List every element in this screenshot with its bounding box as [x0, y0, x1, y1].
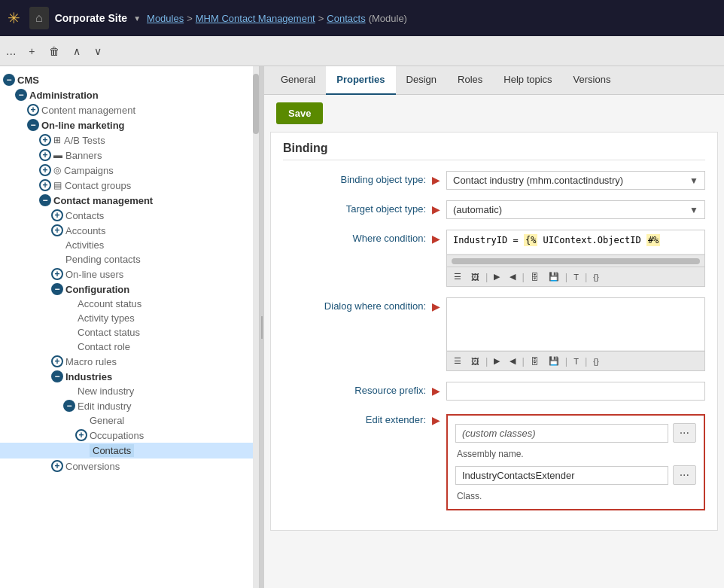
dialog-where-condition-arrow[interactable]: ▶: [432, 297, 440, 312]
toggle-campaigns[interactable]: +: [39, 164, 51, 176]
class-dots-button[interactable]: ···: [673, 465, 696, 485]
dialog-list-icon-btn[interactable]: ☰: [450, 354, 465, 368]
toggle-content-management[interactable]: +: [27, 104, 39, 116]
tree-item-contact-management[interactable]: −Contact management: [0, 193, 259, 208]
toggle-administration[interactable]: −: [15, 89, 27, 101]
db2-icon-btn[interactable]: 💾: [545, 270, 563, 284]
binding-object-dropdown-icon[interactable]: ▼: [689, 175, 698, 186]
rewind-icon-btn[interactable]: ◀: [506, 270, 519, 284]
toggle-occupations[interactable]: +: [75, 429, 87, 441]
breadcrumb-mhm[interactable]: MHM Contact Management: [196, 13, 315, 24]
dialog-play-icon-btn[interactable]: ▶: [490, 354, 503, 368]
home-icon[interactable]: ⌂: [29, 7, 49, 29]
site-name[interactable]: Corporate Site: [55, 12, 127, 24]
tree-item-contact-role[interactable]: Contact role: [0, 340, 259, 354]
tab-properties[interactable]: Properties: [326, 66, 395, 95]
dialog-image-icon-btn[interactable]: 🖼: [467, 355, 483, 368]
tree-item-configuration[interactable]: −Configuration: [0, 282, 259, 297]
dialog-text-icon-btn[interactable]: T: [570, 355, 583, 368]
toggle-contact-management[interactable]: −: [39, 194, 51, 206]
tree-item-occupations[interactable]: +Occupations: [0, 428, 259, 443]
tree-item-activity-types[interactable]: Activity types: [0, 311, 259, 325]
tree-item-account-status[interactable]: Account status: [0, 297, 259, 311]
tree-item-cms[interactable]: −CMS: [0, 72, 259, 87]
tree-item-online-users[interactable]: +On-line users: [0, 267, 259, 282]
where-condition-arrow[interactable]: ▶: [432, 230, 440, 245]
toggle-contacts[interactable]: +: [51, 209, 63, 221]
toggle-ab-tests[interactable]: +: [39, 134, 51, 146]
binding-object-type-arrow[interactable]: ▶: [432, 171, 440, 186]
tree-item-pending-contacts[interactable]: Pending contacts: [0, 252, 259, 267]
toggle-edit-industry[interactable]: −: [63, 400, 75, 412]
tree-item-industries[interactable]: −Industries: [0, 369, 259, 384]
tree-item-conversions[interactable]: +Conversions: [0, 459, 259, 474]
class-value-input[interactable]: [455, 466, 668, 485]
dialog-where-condition-input[interactable]: [447, 298, 704, 351]
target-object-type-arrow[interactable]: ▶: [432, 200, 440, 215]
toggle-configuration[interactable]: −: [51, 283, 63, 295]
resource-prefix-input[interactable]: [446, 382, 705, 401]
tree-item-contact-groups[interactable]: +▤Contact groups: [0, 178, 259, 193]
toggle-contact-groups[interactable]: +: [39, 179, 51, 191]
hscroll-thumb[interactable]: [452, 258, 700, 264]
binding-object-type-select[interactable]: Contact industry (mhm.contactindustry) ▼: [446, 171, 705, 190]
move-up-button[interactable]: ∧: [68, 42, 86, 60]
breadcrumb-modules[interactable]: Modules: [147, 13, 184, 24]
tree-item-accounts[interactable]: +Accounts: [0, 223, 259, 238]
tree-item-content-management[interactable]: +Content management: [0, 102, 259, 117]
db-icon-btn[interactable]: 🗄: [527, 270, 543, 284]
target-object-type-select[interactable]: (automatic) ▼: [446, 200, 705, 219]
toggle-cms[interactable]: −: [3, 74, 15, 86]
tree-item-general-sub[interactable]: General: [0, 413, 259, 428]
menu-dots[interactable]: ...: [6, 44, 16, 58]
toggle-macro-rules[interactable]: +: [51, 355, 63, 367]
resource-prefix-arrow[interactable]: ▶: [432, 382, 440, 397]
tree-item-campaigns[interactable]: +◎Campaigns: [0, 163, 259, 178]
tree-item-contacts-sub[interactable]: Contacts: [0, 443, 259, 459]
toggle-industries[interactable]: −: [51, 370, 63, 382]
save-button[interactable]: Save: [276, 102, 323, 124]
toggle-accounts[interactable]: +: [51, 224, 63, 236]
scroll-track[interactable]: [253, 66, 259, 588]
tab-roles[interactable]: Roles: [447, 66, 493, 94]
dialog-rewind-icon-btn[interactable]: ◀: [506, 354, 519, 368]
code-icon-btn[interactable]: {}: [589, 270, 602, 284]
breadcrumb-contacts[interactable]: Contacts: [327, 13, 365, 24]
assembly-dots-button[interactable]: ···: [673, 423, 696, 443]
target-object-dropdown-icon[interactable]: ▼: [689, 205, 698, 215]
move-down-button[interactable]: ∨: [89, 42, 107, 60]
tab-general[interactable]: General: [270, 66, 326, 94]
assembly-name-input[interactable]: [455, 424, 668, 443]
image-icon-btn[interactable]: 🖼: [467, 270, 483, 284]
tree-item-ab-tests[interactable]: +⊞A/B Tests: [0, 133, 259, 148]
tree-item-contact-status[interactable]: Contact status: [0, 325, 259, 340]
tab-design[interactable]: Design: [396, 66, 447, 94]
tab-help-topics[interactable]: Help topics: [493, 66, 562, 94]
resize-handle[interactable]: [260, 66, 264, 588]
dialog-code-icon-btn[interactable]: {}: [589, 355, 602, 368]
tree-item-macro-rules[interactable]: +Macro rules: [0, 354, 259, 369]
where-condition-input[interactable]: IndustryID = {% UIContext.ObjectID #%: [447, 230, 704, 254]
edit-extender-arrow[interactable]: ▶: [432, 411, 440, 426]
tree-item-administration[interactable]: −Administration: [0, 87, 259, 102]
toggle-online-users[interactable]: +: [51, 268, 63, 280]
dialog-db2-icon-btn[interactable]: 💾: [545, 354, 563, 368]
tree-item-contacts[interactable]: +Contacts: [0, 208, 259, 223]
where-condition-hscroll[interactable]: [447, 254, 704, 267]
toggle-online-marketing[interactable]: −: [27, 119, 39, 131]
tree-item-edit-industry[interactable]: −Edit industry: [0, 398, 259, 413]
dialog-db-icon-btn[interactable]: 🗄: [527, 355, 543, 368]
toggle-conversions[interactable]: +: [51, 460, 63, 472]
play-icon-btn[interactable]: ▶: [490, 270, 503, 284]
tab-versions[interactable]: Versions: [563, 66, 622, 94]
toggle-banners[interactable]: +: [39, 149, 51, 161]
tree-item-online-marketing[interactable]: −On-line marketing: [0, 117, 259, 133]
tree-item-banners[interactable]: +▬Banners: [0, 148, 259, 163]
scroll-thumb[interactable]: [253, 74, 259, 134]
tree-item-activities[interactable]: Activities: [0, 238, 259, 252]
text-icon-btn[interactable]: T: [570, 270, 583, 284]
tree-item-new-industry[interactable]: New industry: [0, 384, 259, 398]
add-button[interactable]: +: [23, 42, 40, 60]
delete-button[interactable]: 🗑: [44, 42, 65, 60]
list-icon-btn[interactable]: ☰: [450, 270, 465, 284]
